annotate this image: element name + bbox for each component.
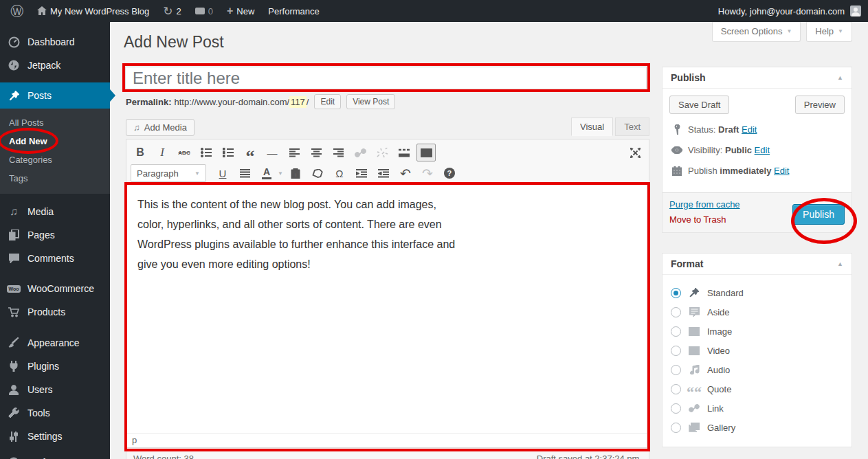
sidebar-item-media[interactable]: ♫ Media <box>0 200 110 223</box>
sidebar-item-performance[interactable]: Performance <box>0 451 110 459</box>
strikethrough-button[interactable]: ABC <box>175 144 194 161</box>
paragraph-style-select[interactable]: Paragraph ▼ <box>131 164 206 182</box>
sidebar-item-plugins[interactable]: Plugins <box>0 355 110 378</box>
comments-link[interactable]: 0 <box>190 0 218 22</box>
keyboard-shortcuts-help-button[interactable]: ? <box>440 164 459 182</box>
post-content-editor[interactable]: This is the content of the new blog post… <box>126 184 647 448</box>
edit-status-link[interactable]: Edit <box>742 124 757 135</box>
numbered-list-button[interactable] <box>219 144 238 161</box>
tab-text[interactable]: Text <box>615 117 649 136</box>
align-right-button[interactable] <box>329 144 348 161</box>
edit-visibility-link[interactable]: Edit <box>755 145 770 155</box>
sliders-icon <box>7 432 21 442</box>
image-icon <box>687 327 701 336</box>
format-option-standard[interactable]: Standard <box>671 283 843 302</box>
tab-visual[interactable]: Visual <box>571 117 613 136</box>
sidebar-item-all-posts[interactable]: All Posts <box>0 113 110 132</box>
toolbar-toggle-button[interactable] <box>416 144 436 161</box>
outdent-button[interactable] <box>352 164 371 182</box>
preview-button[interactable]: Preview <box>795 96 845 114</box>
radio-aside[interactable] <box>671 307 681 317</box>
bold-button[interactable]: B <box>131 144 150 161</box>
post-title-input[interactable] <box>125 67 647 89</box>
format-option-gallery[interactable]: Gallery <box>671 418 843 437</box>
quote-icon: ““ <box>687 383 701 395</box>
screen-options-button[interactable]: Screen Options ▼ <box>712 22 801 42</box>
format-option-video[interactable]: Video <box>671 341 843 360</box>
text-color-button[interactable]: A <box>257 164 276 182</box>
format-option-link[interactable]: Link <box>671 399 843 418</box>
sidebar-item-tools[interactable]: Tools <box>0 401 110 425</box>
editor-toolbar: B I ABC “ — <box>126 139 649 186</box>
radio-image[interactable] <box>671 326 681 337</box>
view-post-button[interactable]: View Post <box>346 94 395 109</box>
align-center-button[interactable] <box>307 144 326 161</box>
radio-video[interactable] <box>671 346 681 356</box>
wordpress-admin-screen: Ⓦ My New WordPress Blog ↻ 2 0 + New <box>0 0 868 459</box>
sidebar-item-pages[interactable]: Pages <box>0 223 110 247</box>
sidebar-item-add-new[interactable]: Add New <box>0 132 110 150</box>
underline-button[interactable]: U <box>213 164 232 182</box>
publish-panel-header[interactable]: Publish ▲ <box>663 67 852 89</box>
italic-button[interactable]: I <box>153 144 172 161</box>
updates-link[interactable]: ↻ 2 <box>158 0 186 22</box>
sidebar-item-dashboard[interactable]: Dashboard <box>0 30 110 54</box>
fullscreen-button[interactable] <box>625 144 645 161</box>
text-color-dropdown-arrow[interactable]: ▼ <box>278 170 283 177</box>
help-button[interactable]: Help ▼ <box>806 22 852 42</box>
format-option-image[interactable]: Image <box>671 322 843 341</box>
wordpress-logo-icon: Ⓦ <box>10 5 23 18</box>
insert-link-button[interactable] <box>350 144 370 161</box>
remove-link-button[interactable] <box>372 144 392 161</box>
bulleted-list-button[interactable] <box>197 144 216 161</box>
edit-schedule-link[interactable]: Edit <box>774 166 789 176</box>
sidebar-item-posts[interactable]: Posts <box>0 82 110 109</box>
sidebar-item-users[interactable]: Users <box>0 378 110 401</box>
site-name-link[interactable]: My New WordPress Blog <box>32 0 154 22</box>
radio-standard[interactable] <box>671 288 681 298</box>
publish-button[interactable]: Publish <box>792 204 845 225</box>
radio-audio[interactable] <box>671 365 681 375</box>
clear-formatting-button[interactable] <box>308 164 327 182</box>
redo-button[interactable]: ↷ <box>418 164 437 182</box>
sidebar-item-appearance[interactable]: Appearance <box>0 331 110 355</box>
wordpress-logo-menu[interactable]: Ⓦ <box>5 0 28 22</box>
sidebar-item-tags[interactable]: Tags <box>0 169 110 188</box>
user-avatar[interactable] <box>850 5 861 16</box>
special-character-button[interactable]: Ω <box>330 164 349 182</box>
howdy-user-link[interactable]: Howdy, john@your-domain.com <box>718 6 845 16</box>
new-content-menu[interactable]: + New <box>222 0 259 22</box>
sidebar-item-jetpack[interactable]: Jetpack <box>0 54 110 77</box>
add-media-button[interactable]: ♫ Add Media <box>126 119 194 136</box>
undo-button[interactable]: ↶ <box>396 164 415 182</box>
sidebar-item-products[interactable]: Products <box>0 300 110 324</box>
radio-gallery[interactable] <box>671 423 681 433</box>
save-draft-button[interactable]: Save Draft <box>669 96 729 114</box>
radio-link[interactable] <box>671 403 681 414</box>
collapse-icon[interactable]: ▲ <box>837 260 843 267</box>
aside-icon <box>687 307 701 317</box>
eye-icon <box>671 146 682 154</box>
edit-permalink-button[interactable]: Edit <box>314 94 341 109</box>
collapse-icon[interactable]: ▲ <box>837 74 843 81</box>
format-option-audio[interactable]: Audio <box>671 360 843 379</box>
format-panel-header[interactable]: Format ▲ <box>663 254 852 275</box>
performance-menu[interactable]: Performance <box>263 0 324 22</box>
sidebar-item-comments[interactable]: Comments <box>0 247 110 270</box>
insert-more-tag-button[interactable] <box>394 144 414 161</box>
radio-quote[interactable] <box>671 384 681 394</box>
horizontal-rule-button[interactable]: — <box>263 144 282 161</box>
sidebar-item-categories[interactable]: Categories <box>0 150 110 169</box>
media-icon: ♫ <box>7 205 21 218</box>
format-option-quote[interactable]: ““ Quote <box>671 379 843 399</box>
blockquote-button[interactable]: “ <box>241 144 260 161</box>
indent-button[interactable] <box>374 164 393 182</box>
justify-button[interactable] <box>235 164 254 182</box>
pushpin-icon <box>687 288 701 298</box>
align-left-button[interactable] <box>285 144 304 161</box>
post-content-text[interactable]: This is the content of the new blog post… <box>126 185 470 284</box>
paste-as-text-button[interactable]: T <box>286 164 305 182</box>
format-option-aside[interactable]: Aside <box>671 302 843 322</box>
sidebar-item-settings[interactable]: Settings <box>0 425 110 448</box>
sidebar-item-woocommerce[interactable]: Woo WooCommerce <box>0 277 110 300</box>
